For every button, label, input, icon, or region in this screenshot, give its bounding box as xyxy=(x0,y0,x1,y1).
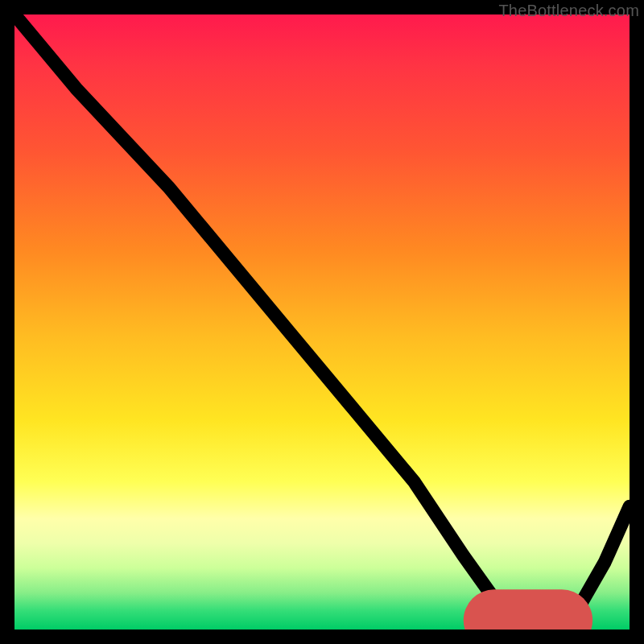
plot-area xyxy=(14,14,630,630)
bottleneck-curve xyxy=(14,14,630,623)
chart-container: TheBottleneck.com xyxy=(0,0,644,644)
watermark-text: TheBottleneck.com xyxy=(498,2,639,20)
chart-svg xyxy=(14,14,630,630)
